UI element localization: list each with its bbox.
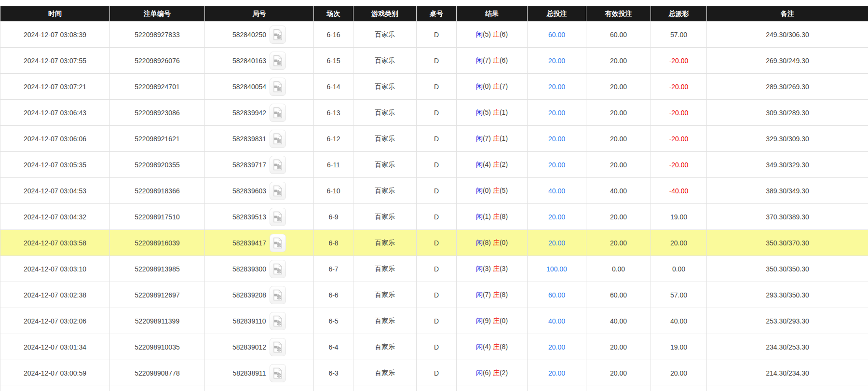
table-row[interactable]: 2024-12-07 03:06:06 522098921621 5828398… — [0, 126, 868, 152]
time-cell: 2024-12-07 03:07:21 — [0, 74, 110, 100]
bet-id-cell: 522098926076 — [110, 48, 205, 74]
table-row[interactable]: 2024-12-07 03:07:55 522098926076 5828401… — [0, 48, 868, 74]
video-replay-icon — [273, 55, 283, 67]
result-cell: 闲(0) 庄(5) — [457, 178, 528, 204]
game-type-cell: 百家乐 — [353, 230, 417, 256]
video-replay-button[interactable] — [270, 234, 286, 252]
session-cell: 6-3 — [314, 360, 353, 386]
total-bet-cell: 60.00 — [528, 282, 586, 308]
video-replay-button[interactable] — [270, 364, 286, 382]
video-replay-button[interactable] — [270, 286, 286, 304]
remark-cell: 289.30/269.30 — [707, 74, 868, 100]
video-replay-button[interactable] — [270, 52, 286, 70]
table-row[interactable]: 2024-12-07 03:04:32 522098917510 5828395… — [0, 204, 868, 230]
total-bet-cell: 20.00 — [528, 230, 586, 256]
round-number: 582840250 — [232, 31, 266, 39]
result-cell: 闲(5) 庄(6) — [457, 22, 528, 48]
table-row[interactable]: 2024-12-07 03:02:06 522098911399 5828391… — [0, 308, 868, 334]
total-bet-link[interactable]: 20.00 — [548, 213, 565, 221]
video-replay-icon — [273, 107, 283, 119]
table-row[interactable]: 2024-12-07 03:08:39 522098927833 5828402… — [0, 22, 868, 48]
video-replay-button[interactable] — [270, 130, 286, 148]
game-type-cell: 百家乐 — [353, 282, 417, 308]
video-replay-button[interactable] — [270, 104, 286, 122]
player-result-value: (4) — [483, 161, 491, 168]
game-type-cell: 百家乐 — [353, 22, 417, 48]
payout-value: 57.00 — [670, 291, 687, 299]
banker-result-value: (8) — [500, 343, 508, 351]
table-row[interactable]: 2024-12-07 03:02:38 522098912697 5828392… — [0, 282, 868, 308]
time-cell: 2024-12-07 03:03:58 — [0, 230, 110, 256]
remark-cell: 234.30/253.30 — [707, 334, 868, 360]
video-replay-button[interactable] — [270, 182, 286, 200]
player-result-value: (1) — [483, 213, 491, 220]
video-replay-icon — [273, 315, 283, 327]
player-result-value: (0) — [483, 187, 491, 194]
empty-cell — [586, 386, 651, 391]
round-number: 582839208 — [232, 291, 266, 299]
banker-result-value: (2) — [500, 369, 508, 377]
time-cell: 2024-12-07 03:07:55 — [0, 48, 110, 74]
video-replay-button[interactable] — [270, 338, 286, 356]
table-row[interactable]: 2024-12-07 03:07:21 522098924701 5828400… — [0, 74, 868, 100]
round-number: 582839417 — [232, 239, 266, 247]
player-result-value: (8) — [483, 239, 491, 246]
total-bet-link[interactable]: 60.00 — [548, 291, 565, 299]
player-result-label: 闲 — [476, 56, 483, 64]
result-cell: 闲(3) 庄(3) — [457, 256, 528, 282]
result-cell: 闲(9) 庄(0) — [457, 308, 528, 334]
total-bet-link[interactable]: 60.00 — [548, 31, 565, 39]
valid-bet-cell: 20.00 — [586, 334, 651, 360]
bet-records-table-wrap: 时间 注单编号 局号 场次 游戏类别 桌号 结果 总投注 有效投注 总派彩 备注… — [0, 6, 868, 391]
column-header-result: 结果 — [457, 6, 528, 22]
payout-value: 40.00 — [670, 317, 687, 325]
total-bet-link[interactable]: 20.00 — [548, 109, 565, 117]
video-replay-button[interactable] — [270, 156, 286, 174]
table-row[interactable]: 2024-12-07 03:00:59 522098908778 5828389… — [0, 360, 868, 386]
valid-bet-cell: 20.00 — [586, 100, 651, 126]
round-number: 582838911 — [232, 369, 266, 377]
total-bet-cell: 40.00 — [528, 178, 586, 204]
table-row[interactable]: 2024-12-07 03:05:35 522098920355 5828397… — [0, 152, 868, 178]
player-result-value: (4) — [483, 343, 491, 351]
banker-result-label: 庄 — [493, 343, 500, 351]
table-row[interactable]: 2024-12-07 03:04:53 522098918366 5828396… — [0, 178, 868, 204]
total-bet-link[interactable]: 20.00 — [548, 343, 565, 351]
video-replay-button[interactable] — [270, 312, 286, 330]
banker-result-label: 庄 — [493, 161, 500, 168]
video-replay-button[interactable] — [270, 78, 286, 96]
total-bet-link[interactable]: 20.00 — [548, 57, 565, 65]
player-result-label: 闲 — [476, 82, 483, 90]
payout-cell: 20.00 — [651, 360, 707, 386]
table-row[interactable]: 2024-12-07 03:06:43 522098923086 5828399… — [0, 100, 868, 126]
time-cell: 2024-12-07 03:01:34 — [0, 334, 110, 360]
banker-result-label: 庄 — [493, 187, 500, 194]
video-replay-button[interactable] — [270, 260, 286, 278]
total-bet-link[interactable]: 100.00 — [546, 265, 567, 273]
table-row[interactable]: 2024-12-07 03:03:10 522098913985 5828393… — [0, 256, 868, 282]
valid-bet-cell: 40.00 — [586, 308, 651, 334]
payout-value: -20.00 — [669, 83, 689, 91]
payout-cell: -20.00 — [651, 74, 707, 100]
payout-cell: 19.00 — [651, 204, 707, 230]
result-cell: 闲(4) 庄(2) — [457, 152, 528, 178]
total-bet-link[interactable]: 20.00 — [548, 239, 565, 247]
player-result-label: 闲 — [476, 108, 483, 116]
player-result-value: (9) — [483, 317, 491, 324]
video-replay-button[interactable] — [270, 26, 286, 44]
total-bet-link[interactable]: 20.00 — [548, 369, 565, 377]
table-row[interactable]: 2024-12-07 03:01:34 522098910035 5828390… — [0, 334, 868, 360]
table-row[interactable]: 2024-12-07 03:03:58 522098916039 5828394… — [0, 230, 868, 256]
bet-id-cell: 522098912697 — [110, 282, 205, 308]
result-cell: 闲(1) 庄(8) — [457, 204, 528, 230]
total-bet-link[interactable]: 20.00 — [548, 161, 565, 169]
total-bet-link[interactable]: 40.00 — [548, 187, 565, 195]
player-result-value: (7) — [483, 56, 491, 64]
total-bet-link[interactable]: 40.00 — [548, 317, 565, 325]
session-cell: 6-11 — [314, 152, 353, 178]
result-cell: 闲(7) 庄(8) — [457, 282, 528, 308]
video-replay-button[interactable] — [270, 208, 286, 226]
total-bet-link[interactable]: 20.00 — [548, 135, 565, 143]
table-no-cell: D — [417, 100, 457, 126]
total-bet-link[interactable]: 20.00 — [548, 83, 565, 91]
